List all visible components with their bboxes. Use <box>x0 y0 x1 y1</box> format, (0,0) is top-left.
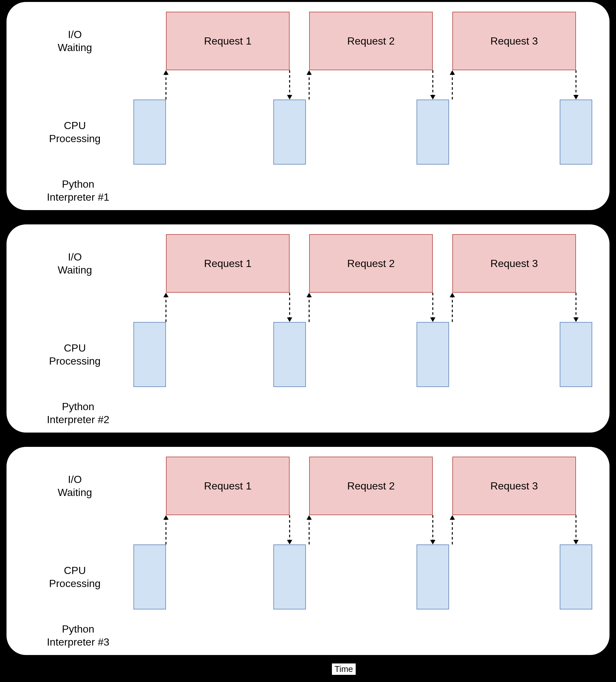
time-axis-label: Time <box>332 663 356 675</box>
request-box: Request 1 <box>166 234 290 293</box>
svg-marker-33 <box>450 515 455 520</box>
svg-marker-19 <box>430 317 435 322</box>
request-box: Request 2 <box>309 457 433 515</box>
request-box: Request 3 <box>452 234 576 293</box>
svg-marker-11 <box>573 95 578 99</box>
arrow-up-icon <box>161 515 171 545</box>
cpu-block <box>133 99 166 164</box>
arrow-up-icon <box>304 70 314 100</box>
svg-marker-35 <box>573 540 578 544</box>
arrow-down-icon <box>428 292 438 323</box>
request-box: Request 1 <box>166 12 290 70</box>
cpu-block <box>133 322 166 387</box>
interpreter-panel: I/O WaitingCPU ProcessingPython Interpre… <box>6 224 610 433</box>
request-box: Request 1 <box>166 457 290 515</box>
arrow-up-icon <box>304 292 314 323</box>
request-box: Request 2 <box>309 234 433 293</box>
cpu-block <box>560 99 592 164</box>
arrow-down-icon <box>285 70 294 100</box>
cpu-block <box>133 544 166 610</box>
svg-marker-31 <box>430 540 435 544</box>
cpu-processing-label: CPU Processing <box>42 564 107 590</box>
arrow-down-icon <box>571 70 581 100</box>
arrow-down-icon <box>285 292 294 323</box>
interpreter-label: Python Interpreter #1 <box>39 178 117 204</box>
svg-marker-29 <box>307 515 312 520</box>
interpreter-label: Python Interpreter #3 <box>39 622 117 649</box>
arrow-down-icon <box>285 515 294 545</box>
cpu-block <box>273 322 306 387</box>
svg-marker-25 <box>163 515 169 520</box>
io-waiting-label: I/O Waiting <box>46 28 104 54</box>
svg-marker-5 <box>307 70 312 75</box>
io-waiting-label: I/O Waiting <box>46 250 104 276</box>
arrow-down-icon <box>428 515 438 545</box>
arrow-up-icon <box>447 70 457 100</box>
arrow-up-icon <box>447 292 457 323</box>
cpu-block <box>417 322 449 387</box>
arrow-up-icon <box>447 515 457 545</box>
arrow-up-icon <box>161 70 171 100</box>
cpu-block <box>560 544 592 610</box>
svg-marker-21 <box>450 293 455 297</box>
svg-marker-7 <box>430 95 435 99</box>
svg-marker-23 <box>573 317 578 322</box>
io-waiting-label: I/O Waiting <box>46 473 104 499</box>
arrow-down-icon <box>428 70 438 100</box>
svg-marker-13 <box>163 293 169 297</box>
request-box: Request 2 <box>309 12 433 70</box>
interpreter-panel: I/O WaitingCPU ProcessingPython Interpre… <box>6 447 610 655</box>
arrow-down-icon <box>571 515 581 545</box>
cpu-block <box>417 99 449 164</box>
cpu-block <box>273 544 306 610</box>
cpu-block <box>417 544 449 610</box>
arrow-down-icon <box>571 292 581 323</box>
arrow-up-icon <box>304 515 314 545</box>
request-box: Request 3 <box>452 12 576 70</box>
arrow-up-icon <box>161 292 171 323</box>
cpu-processing-label: CPU Processing <box>42 341 107 367</box>
svg-marker-17 <box>307 293 312 297</box>
cpu-block <box>560 322 592 387</box>
svg-marker-3 <box>287 95 292 99</box>
cpu-processing-label: CPU Processing <box>42 119 107 145</box>
interpreter-label: Python Interpreter #2 <box>39 400 117 426</box>
svg-marker-27 <box>287 540 292 544</box>
cpu-block <box>273 99 306 164</box>
svg-marker-15 <box>287 317 292 322</box>
interpreter-panel: I/O WaitingCPU ProcessingPython Interpre… <box>6 2 610 210</box>
svg-marker-1 <box>163 70 169 75</box>
svg-marker-9 <box>450 70 455 75</box>
request-box: Request 3 <box>452 457 576 515</box>
